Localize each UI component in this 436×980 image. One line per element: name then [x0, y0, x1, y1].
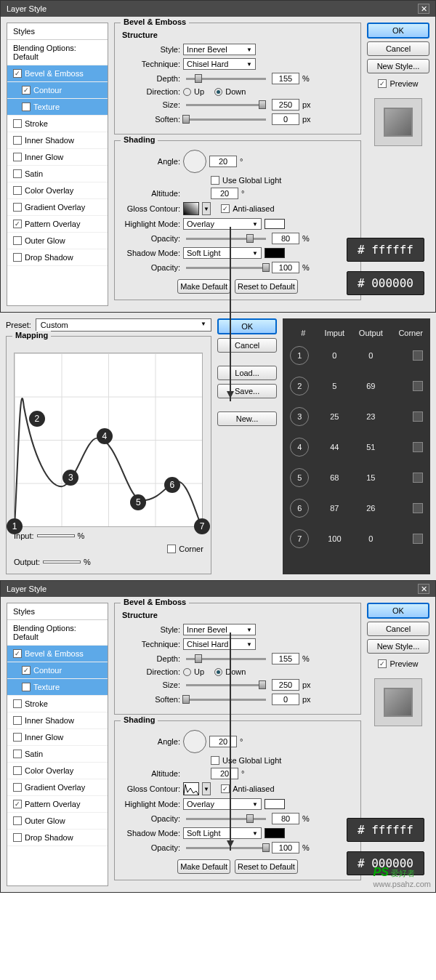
curve-point-4[interactable]: 4	[97, 428, 113, 444]
shadow-opacity-input[interactable]: 100	[272, 262, 299, 273]
highlight-mode-select[interactable]: Overlay▼	[183, 798, 262, 810]
curve-point-7[interactable]: 7	[194, 518, 210, 534]
corner-checkbox[interactable]	[413, 534, 423, 544]
gloss-contour-swatch[interactable]	[183, 202, 199, 215]
curve-point-1[interactable]: 1	[7, 518, 23, 534]
styles-header[interactable]: Styles	[7, 603, 108, 620]
style-item-contour[interactable]: ✓Contour	[7, 82, 108, 99]
highlight-mode-select[interactable]: Overlay▼	[183, 218, 262, 230]
soften-slider[interactable]	[186, 119, 266, 121]
curve-point-3[interactable]: 3	[62, 470, 78, 486]
anti-aliased-checkbox[interactable]: ✓	[221, 204, 230, 213]
depth-slider[interactable]	[186, 78, 266, 80]
reset-default-button[interactable]: Reset to Default	[235, 279, 298, 294]
blending-options[interactable]: Blending Options: Default	[7, 620, 108, 646]
style-item-outer-glow[interactable]: Outer Glow	[7, 813, 108, 830]
close-icon[interactable]: ✕	[418, 584, 429, 594]
contour-picker-button[interactable]: ▼	[202, 782, 211, 795]
style-item-pattern-overlay[interactable]: ✓Pattern Overlay	[7, 216, 108, 233]
checkbox-icon[interactable]	[13, 750, 22, 758]
style-item-drop-shadow[interactable]: Drop Shadow	[7, 830, 108, 846]
cancel-button[interactable]: Cancel	[367, 622, 429, 636]
gloss-contour-swatch-custom[interactable]	[183, 782, 199, 795]
blending-options[interactable]: Blending Options: Default	[7, 40, 108, 65]
shadow-color-swatch[interactable]	[265, 248, 285, 258]
angle-dial[interactable]	[183, 150, 206, 173]
corner-checkbox[interactable]	[413, 473, 423, 483]
highlight-opacity-slider[interactable]	[186, 238, 266, 240]
new-button[interactable]: New...	[217, 411, 278, 426]
corner-checkbox[interactable]	[413, 381, 423, 391]
checkbox-icon[interactable]	[13, 733, 22, 742]
corner-checkbox[interactable]	[413, 411, 423, 422]
size-slider[interactable]	[186, 104, 266, 106]
direction-up-radio[interactable]	[183, 668, 191, 676]
style-item-inner-shadow[interactable]: Inner Shadow	[7, 712, 108, 729]
checkbox-icon[interactable]	[13, 186, 22, 195]
output-field[interactable]	[43, 561, 81, 563]
shadow-color-swatch[interactable]	[265, 828, 285, 838]
checkbox-icon[interactable]: ✓	[22, 86, 31, 95]
checkbox-icon[interactable]	[13, 253, 22, 262]
checkbox-icon[interactable]	[22, 103, 31, 111]
checkbox-icon[interactable]	[13, 766, 22, 775]
checkbox-icon[interactable]	[13, 816, 22, 825]
style-select[interactable]: Inner Bevel▼	[183, 624, 256, 635]
contour-graph[interactable]: 1 2 3 4 5 6 7	[14, 353, 203, 527]
shadow-opacity-slider[interactable]	[186, 847, 266, 849]
highlight-color-swatch[interactable]	[265, 799, 285, 809]
use-global-light-checkbox[interactable]	[211, 756, 219, 765]
checkbox-icon[interactable]	[13, 236, 22, 245]
soften-slider[interactable]	[186, 699, 266, 701]
style-item-contour[interactable]: ✓Contour	[7, 662, 108, 679]
checkbox-icon[interactable]: ✓	[13, 69, 22, 78]
checkbox-icon[interactable]: ✓	[13, 800, 22, 808]
style-item-inner-shadow[interactable]: Inner Shadow	[7, 132, 108, 149]
checkbox-icon[interactable]	[13, 169, 22, 178]
checkbox-icon[interactable]: ✓	[13, 220, 22, 228]
curve-point-5[interactable]: 5	[130, 494, 146, 510]
ok-button[interactable]: OK	[367, 603, 429, 619]
corner-checkbox[interactable]	[413, 350, 423, 361]
depth-slider[interactable]	[186, 658, 266, 660]
checkbox-icon[interactable]	[13, 783, 22, 792]
style-item-stroke[interactable]: Stroke	[7, 696, 108, 712]
style-item-bevel-emboss[interactable]: ✓Bevel & Emboss	[7, 65, 108, 82]
angle-dial[interactable]	[183, 730, 206, 753]
checkbox-icon[interactable]: ✓	[22, 666, 31, 675]
angle-input[interactable]: 20	[209, 156, 237, 167]
altitude-input[interactable]: 20	[211, 188, 238, 199]
direction-down-radio[interactable]	[214, 668, 222, 676]
highlight-opacity-slider[interactable]	[186, 818, 266, 820]
corner-checkbox[interactable]	[413, 442, 423, 452]
style-item-gradient-overlay[interactable]: Gradient Overlay	[7, 199, 108, 216]
style-item-inner-glow[interactable]: Inner Glow	[7, 729, 108, 746]
style-item-pattern-overlay[interactable]: ✓Pattern Overlay	[7, 796, 108, 813]
corner-checkbox[interactable]	[167, 545, 176, 553]
use-global-light-checkbox[interactable]	[211, 176, 219, 185]
soften-input[interactable]: 0	[272, 113, 299, 125]
technique-select[interactable]: Chisel Hard▼	[183, 638, 256, 650]
preview-checkbox[interactable]: ✓	[378, 659, 387, 668]
style-item-texture[interactable]: Texture	[7, 99, 108, 116]
style-item-texture[interactable]: Texture	[7, 679, 108, 696]
curve-point-2[interactable]: 2	[29, 411, 45, 427]
checkbox-icon[interactable]	[13, 716, 22, 725]
style-item-inner-glow[interactable]: Inner Glow	[7, 149, 108, 166]
checkbox-icon[interactable]: ✓	[13, 649, 22, 658]
input-field[interactable]	[37, 534, 75, 537]
reset-default-button[interactable]: Reset to Default	[235, 859, 298, 874]
checkbox-icon[interactable]	[13, 119, 22, 128]
load-button[interactable]: Load...	[217, 366, 278, 380]
style-item-bevel-emboss[interactable]: ✓Bevel & Emboss	[7, 646, 108, 662]
checkbox-icon[interactable]	[22, 683, 31, 691]
checkbox-icon[interactable]	[13, 203, 22, 212]
size-input[interactable]: 250	[272, 99, 299, 111]
checkbox-icon[interactable]	[13, 699, 22, 708]
depth-input[interactable]: 155	[272, 73, 299, 84]
shadow-mode-select[interactable]: Soft Light▼	[183, 247, 262, 259]
close-icon[interactable]: ✕	[418, 4, 429, 14]
preset-select[interactable]: Custom▼	[36, 318, 211, 332]
size-slider[interactable]	[186, 684, 266, 686]
curve-ok-button[interactable]: OK	[217, 318, 278, 334]
